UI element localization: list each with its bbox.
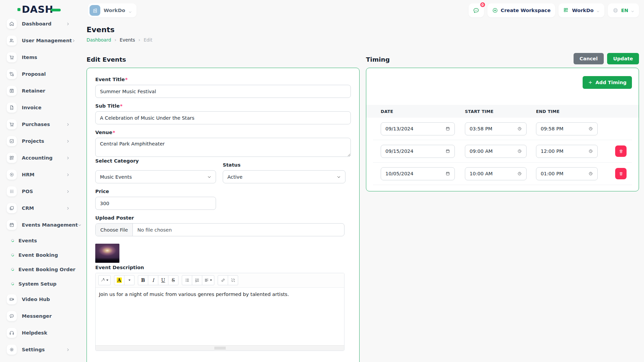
chevron-down-icon xyxy=(128,9,132,12)
choose-file-button[interactable]: Choose File xyxy=(96,224,133,236)
cart-icon xyxy=(7,119,17,129)
link-icon xyxy=(221,278,225,283)
sidebar-item-label: Retainer xyxy=(22,88,45,94)
column-date: DATE xyxy=(381,109,465,114)
delete-timing-button[interactable] xyxy=(615,168,627,179)
sidebar-item-settings[interactable]: Settings xyxy=(0,341,84,358)
category-selected-value: Music Events xyxy=(100,174,132,180)
plus-icon xyxy=(588,80,593,85)
chevron-down-icon xyxy=(78,222,82,228)
messages-button[interactable]: 0 xyxy=(469,3,484,17)
brand-logo[interactable]: DASH xyxy=(17,5,61,14)
price-input[interactable] xyxy=(95,197,216,210)
paragraph-align-button[interactable] xyxy=(202,275,214,285)
route-icon xyxy=(7,69,17,79)
create-workspace-button[interactable]: Create Workspace xyxy=(487,3,555,17)
start-time-input[interactable]: 09:00 AM xyxy=(465,145,527,158)
italic-button[interactable]: I xyxy=(148,275,158,285)
font-color-button[interactable]: A xyxy=(114,275,124,285)
start-time-input[interactable]: 10:00 AM xyxy=(465,167,527,180)
language-code: EN xyxy=(621,8,628,13)
breadcrumb-dashboard-link[interactable]: Dashboard xyxy=(87,37,111,43)
cancel-button[interactable]: Cancel xyxy=(574,53,604,64)
sidebar-item-label: Settings xyxy=(22,347,45,352)
strikethrough-button[interactable]: S xyxy=(168,275,178,285)
style-magic-button[interactable] xyxy=(98,275,111,285)
chevron-down-icon xyxy=(337,175,341,179)
category-label: Select Category xyxy=(95,158,216,168)
sidebar-subitem-events[interactable]: Events xyxy=(0,233,84,248)
sidebar-item-proposal[interactable]: Proposal xyxy=(0,66,84,82)
sidebar-subitem-system-setup[interactable]: System Setup xyxy=(0,277,84,291)
sidebar-item-crm[interactable]: CRM xyxy=(0,200,84,217)
sidebar-item-label: Projects xyxy=(22,138,44,144)
event-title-input[interactable] xyxy=(95,85,351,98)
sidebar-item-invoice[interactable]: Invoice xyxy=(0,99,84,116)
sidebar-item-events-management[interactable]: Events Management xyxy=(0,217,84,233)
editor-resize-bar[interactable] xyxy=(96,345,344,351)
sidebar-item-label: Messenger xyxy=(22,313,52,319)
status-select[interactable]: Active xyxy=(223,170,345,183)
sidebar-item-helpdesk[interactable]: Helpdesk xyxy=(0,324,84,341)
description-editable-area[interactable]: Join us for a night of music from variou… xyxy=(96,288,344,345)
sidebar-item-label: Proposal xyxy=(22,71,46,77)
workspace-menu-button[interactable]: WorkDo xyxy=(558,3,604,17)
list-ol-icon xyxy=(195,278,200,283)
globe-icon xyxy=(612,7,619,13)
end-time-input[interactable]: 12:00 PM xyxy=(536,145,598,158)
sidebar-item-label: Accounting xyxy=(22,155,53,161)
workspace-switcher[interactable]: WorkDo xyxy=(88,3,137,17)
sidebar-item-video-hub[interactable]: Video Hub xyxy=(0,291,84,308)
sub-title-label: Sub Title* xyxy=(95,103,351,109)
bullet-list-button[interactable] xyxy=(182,275,192,285)
underline-button[interactable]: U xyxy=(158,275,168,285)
save-icon xyxy=(7,86,17,96)
unlink-button[interactable] xyxy=(228,275,238,285)
date-input[interactable]: 09/13/2024 xyxy=(381,122,455,135)
delete-timing-button[interactable] xyxy=(615,145,627,157)
add-timing-button[interactable]: Add Timing xyxy=(583,76,632,89)
sidebar-item-label: Purchases xyxy=(22,122,50,127)
sidebar-item-user-management[interactable]: User Management xyxy=(0,32,84,49)
update-button[interactable]: Update xyxy=(607,53,639,64)
create-workspace-label: Create Workspace xyxy=(501,8,551,13)
sidebar-item-hrm[interactable]: HRM xyxy=(0,166,84,183)
status-selected-value: Active xyxy=(227,174,243,180)
chat-icon xyxy=(7,311,17,321)
sidebar-item-accounting[interactable]: Accounting xyxy=(0,149,84,166)
bold-button[interactable]: B xyxy=(138,275,148,285)
poster-file-input[interactable]: Choose File No file chosen xyxy=(95,223,344,236)
sidebar-subitem-event-booking-order[interactable]: Event Booking Order xyxy=(0,262,84,277)
sidebar-item-label: Video Hub xyxy=(22,297,50,302)
date-input[interactable]: 09/15/2024 xyxy=(381,145,455,158)
language-selector[interactable]: EN xyxy=(608,3,639,17)
end-time-input[interactable]: 09:58 PM xyxy=(536,122,598,135)
description-label: Event Description xyxy=(95,265,351,270)
breadcrumb-events-link[interactable]: Events xyxy=(120,37,135,43)
end-time-input[interactable]: 01:00 PM xyxy=(536,167,598,180)
venue-textarea[interactable]: Central Park Amphitheater xyxy=(95,138,351,157)
sidebar-subitem-label: Event Booking Order xyxy=(18,267,75,272)
date-input[interactable]: 10/05/2024 xyxy=(381,167,455,180)
sidebar-item-pos[interactable]: POS xyxy=(0,183,84,200)
sidebar-item-purchases[interactable]: Purchases xyxy=(0,116,84,133)
sidebar-item-messenger[interactable]: Messenger xyxy=(0,308,84,324)
sidebar-item-label: POS xyxy=(22,189,33,194)
insert-link-button[interactable] xyxy=(218,275,228,285)
submenu-dot-icon xyxy=(10,267,14,271)
breadcrumb-separator: › xyxy=(114,37,116,43)
sidebar-item-projects[interactable]: Projects xyxy=(0,133,84,149)
event-title-label: Event Title* xyxy=(95,77,351,82)
sub-title-input[interactable] xyxy=(95,111,351,124)
add-timing-label: Add Timing xyxy=(595,80,627,85)
font-color-dropdown[interactable] xyxy=(124,275,135,285)
calendar-icon xyxy=(445,126,450,131)
ordered-list-button[interactable] xyxy=(192,275,202,285)
sidebar-item-retainer[interactable]: Retainer xyxy=(0,82,84,99)
breadcrumb-separator: › xyxy=(139,37,141,43)
sidebar-item-items[interactable]: Items xyxy=(0,49,84,66)
category-select[interactable]: Music Events xyxy=(95,170,216,183)
check-square-icon xyxy=(7,136,17,146)
sidebar-subitem-event-booking[interactable]: Event Booking xyxy=(0,248,84,262)
start-time-input[interactable]: 03:58 PM xyxy=(465,122,527,135)
